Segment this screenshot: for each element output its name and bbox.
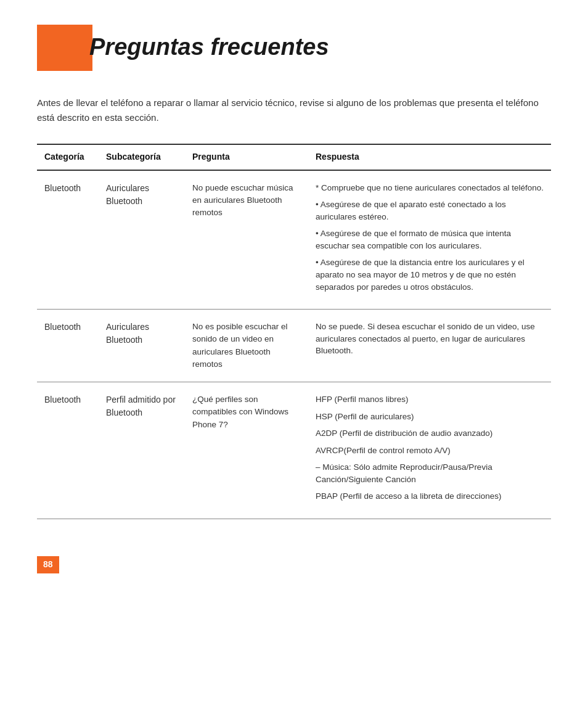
respuesta-line: • Asegúrese de que el aparato esté conec…	[316, 199, 544, 223]
page-number: 88	[37, 556, 59, 573]
cell-pregunta: No es posible escuchar el sonido de un v…	[185, 310, 308, 382]
respuesta-line: HFP (Perfil manos libres)	[316, 393, 544, 406]
cell-respuesta: No se puede. Si desea escuchar el sonido…	[308, 310, 551, 382]
table-row: BluetoothAuriculares BluetoothNo es posi…	[37, 310, 551, 382]
page-title: Preguntas frecuentes	[89, 25, 329, 64]
respuesta-line: – Música: Sólo admite Reproducir/Pausa/P…	[316, 461, 544, 485]
header-pregunta: Pregunta	[185, 144, 308, 170]
respuesta-line: • Asegúrese de que el formato de música …	[316, 228, 544, 252]
respuesta-line: PBAP (Perfil de acceso a la libreta de d…	[316, 490, 544, 503]
respuesta-line: AVRCP(Perfil de control remoto A/V)	[316, 445, 544, 457]
respuesta-line: No se puede. Si desea escuchar el sonido…	[316, 321, 544, 357]
cell-categoria: Bluetooth	[37, 382, 99, 519]
table-row: BluetoothAuriculares BluetoothNo puede e…	[37, 170, 551, 310]
cell-categoria: Bluetooth	[37, 170, 99, 310]
cell-subcategoria: Auriculares Bluetooth	[99, 310, 185, 382]
intro-paragraph: Antes de llevar el teléfono a reparar o …	[37, 96, 542, 125]
table-row: BluetoothPerfil admitido por Bluetooth¿Q…	[37, 382, 551, 519]
respuesta-line: * Compruebe que no tiene auriculares con…	[316, 182, 544, 194]
table-header-row: Categoría Subcategoría Pregunta Respuest…	[37, 144, 551, 170]
cell-pregunta: ¿Qué perfiles son compatibles con Window…	[185, 382, 308, 519]
cell-pregunta: No puede escuchar música en auriculares …	[185, 170, 308, 310]
page-footer: 88	[37, 556, 551, 573]
cell-respuesta: * Compruebe que no tiene auriculares con…	[308, 170, 551, 310]
cell-subcategoria: Auriculares Bluetooth	[99, 170, 185, 310]
header-subcategoria: Subcategoría	[99, 144, 185, 170]
header-respuesta: Respuesta	[308, 144, 551, 170]
header-categoria: Categoría	[37, 144, 99, 170]
respuesta-line: • Asegúrese de que la distancia entre lo…	[316, 257, 544, 293]
cell-subcategoria: Perfil admitido por Bluetooth	[99, 382, 185, 519]
cell-respuesta: HFP (Perfil manos libres)HSP (Perfil de …	[308, 382, 551, 519]
faq-table: Categoría Subcategoría Pregunta Respuest…	[37, 144, 551, 519]
respuesta-line: A2DP (Perfil de distribución de audio av…	[316, 427, 544, 440]
orange-accent-bar	[37, 25, 92, 71]
cell-categoria: Bluetooth	[37, 310, 99, 382]
page-header: Preguntas frecuentes	[37, 25, 551, 71]
respuesta-line: HSP (Perfil de auriculares)	[316, 411, 544, 423]
